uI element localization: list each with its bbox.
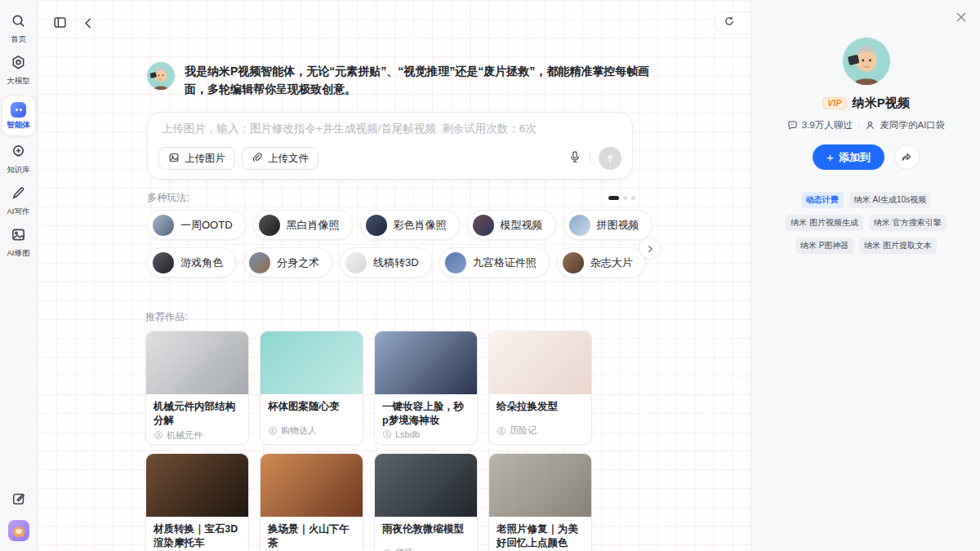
work-thumbnail (375, 454, 477, 517)
carousel-dot[interactable] (631, 196, 635, 200)
work-card[interactable]: 给朵拉换发型 历险记 (488, 331, 592, 445)
agent-avatar (843, 38, 890, 85)
author-icon (154, 430, 163, 440)
left-sidebar: 首页 大模型 智能体 知识库 AI写作 AI修图 (0, 0, 38, 551)
user-avatar[interactable] (8, 520, 29, 541)
send-button[interactable] (599, 147, 621, 170)
work-card[interactable]: 雨夜伦敦微缩模型 搭桥 (374, 453, 478, 551)
sidebar-item-knowledge[interactable]: 知识库 (2, 144, 36, 176)
author-icon (497, 426, 506, 436)
play-mode-thumb (445, 252, 466, 273)
share-icon (901, 152, 912, 163)
search-icon (11, 13, 26, 32)
agent-stats: 3.9万人聊过 · 麦同学的AI口袋 (787, 119, 946, 131)
agent-owner[interactable]: 麦同学的AI口袋 (880, 119, 945, 131)
sidebar-item-label: AI修图 (7, 248, 30, 259)
sidebar-item-models[interactable]: 大模型 (2, 55, 36, 87)
back-icon[interactable] (82, 16, 96, 33)
recommended-works: 推荐作品: 机械元件内部结构分解 机械元件 杯体图案随心变 购物达人 一键妆容上… (145, 309, 635, 551)
vip-badge: VIP (822, 97, 847, 109)
play-mode-pill[interactable]: 线稿转3D (340, 247, 432, 278)
play-mode-pill[interactable]: 模型视频 (467, 210, 556, 240)
work-card[interactable]: 杯体图案随心变 购物达人 (260, 331, 363, 445)
compose-icon[interactable] (11, 491, 26, 509)
main-area: 我是纳米P视频智能体，无论“元素拼贴”、“视觉推理”还是“废片拯救”，都能精准掌… (38, 0, 751, 551)
play-mode-thumb (345, 252, 367, 273)
tag[interactable]: 纳米 图片视频生成 (786, 215, 863, 231)
work-thumbnail (375, 331, 477, 394)
agent-intro-message: 我是纳米P视频智能体，无论“元素拼贴”、“视觉推理”还是“废片拯救”，都能精准掌… (147, 62, 670, 99)
play-mode-thumb (249, 252, 270, 273)
retouch-icon (11, 227, 26, 246)
author-icon (268, 426, 278, 436)
person-icon (865, 120, 875, 131)
plus-icon: + (826, 151, 834, 163)
works-heading: 推荐作品: (145, 311, 187, 322)
play-mode-pill[interactable]: 杂志大片 (557, 247, 646, 278)
author-icon (382, 549, 392, 551)
agent-icon (11, 102, 26, 118)
play-mode-pill[interactable]: 黑白肖像照 (253, 210, 353, 240)
carousel-dot-active[interactable] (608, 196, 619, 200)
work-thumbnail (146, 454, 248, 517)
tag[interactable]: 纳米 图片提取文本 (859, 238, 937, 254)
panel-toggle-icon[interactable] (53, 16, 67, 33)
play-modes-header: 多种玩法: (147, 191, 635, 205)
image-icon (168, 152, 180, 166)
divider (590, 152, 590, 165)
chat-bubble-icon (787, 120, 798, 131)
tag[interactable]: 纳米 AI生成10s视频 (849, 192, 931, 208)
play-mode-thumb (473, 215, 494, 236)
model-icon (11, 55, 26, 73)
microphone-icon[interactable] (568, 150, 581, 167)
carousel-next-button[interactable] (639, 238, 661, 260)
author-icon (382, 429, 392, 439)
upload-image-button[interactable]: 上传图片 (158, 147, 235, 170)
sidebar-item-home[interactable]: 首页 (2, 13, 36, 45)
play-mode-thumb (153, 215, 174, 236)
play-mode-pill[interactable]: 九宫格证件照 (439, 247, 550, 278)
agent-tags: 动态计费 纳米 AI生成10s视频 纳米 图片视频生成 纳米 官方搜索引擎 纳米… (766, 192, 967, 254)
sidebar-item-agents[interactable]: 智能体 (2, 96, 35, 136)
tag[interactable]: 纳米 P图神器 (795, 238, 853, 254)
play-modes: 一周OOTD 黑白肖像照 彩色肖像照 模型视频 拼图视频 游戏角色 分身之术 线… (147, 210, 653, 285)
work-card[interactable]: 材质转换｜宝石3D渲染摩托车 金光琉璃 (145, 453, 249, 551)
close-icon[interactable] (954, 10, 969, 24)
play-mode-pill[interactable]: 分身之术 (243, 247, 332, 278)
play-mode-pill[interactable]: 一周OOTD (147, 210, 246, 240)
work-card[interactable]: 换场景｜火山下午茶 Lsbdb (260, 453, 363, 551)
play-mode-pill[interactable]: 拼图视频 (564, 210, 653, 240)
sidebar-item-label: AI写作 (7, 207, 30, 217)
add-to-button[interactable]: + 添加到 (813, 144, 884, 170)
carousel-dot[interactable] (623, 196, 627, 200)
tag[interactable]: 纳米 官方搜索引擎 (869, 215, 947, 231)
work-card[interactable]: 机械元件内部结构分解 机械元件 (145, 331, 249, 445)
upload-file-label: 上传文件 (268, 152, 309, 166)
work-thumbnail (261, 331, 363, 394)
agent-avatar (147, 62, 175, 90)
carousel-dots (608, 196, 635, 200)
upload-file-button[interactable]: 上传文件 (242, 147, 318, 170)
play-mode-thumb (569, 215, 590, 236)
work-thumbnail (489, 331, 591, 394)
tag-dynamic-billing[interactable]: 动态计费 (801, 192, 844, 208)
sidebar-item-ai-retouch[interactable]: AI修图 (2, 227, 36, 259)
play-modes-heading: 多种玩法: (147, 191, 189, 205)
work-card[interactable]: 老照片修复｜为美好回忆上点颜色 圆圆 (488, 453, 592, 551)
play-mode-pill[interactable]: 彩色肖像照 (360, 210, 460, 240)
prompt-input[interactable] (162, 122, 619, 135)
sidebar-item-label: 知识库 (7, 165, 30, 176)
play-mode-thumb (563, 252, 584, 273)
play-mode-thumb (259, 215, 280, 236)
sidebar-item-label: 智能体 (7, 120, 30, 131)
play-mode-pill[interactable]: 游戏角色 (147, 247, 236, 278)
new-chat-button[interactable] (715, 11, 751, 34)
sidebar-item-ai-writing[interactable]: AI写作 (2, 185, 36, 217)
sidebar-item-label: 首页 (11, 34, 26, 45)
write-icon (11, 185, 26, 204)
work-card[interactable]: 一键妆容上脸，秒p梦境海神妆 Lsbdb (374, 331, 478, 445)
share-button[interactable] (894, 144, 920, 170)
work-thumbnail (261, 454, 363, 517)
paperclip-icon (252, 152, 263, 166)
agent-info-panel: VIP 纳米P视频 3.9万人聊过 · 麦同学的AI口袋 + 添加到 动态计费 … (751, 0, 980, 551)
